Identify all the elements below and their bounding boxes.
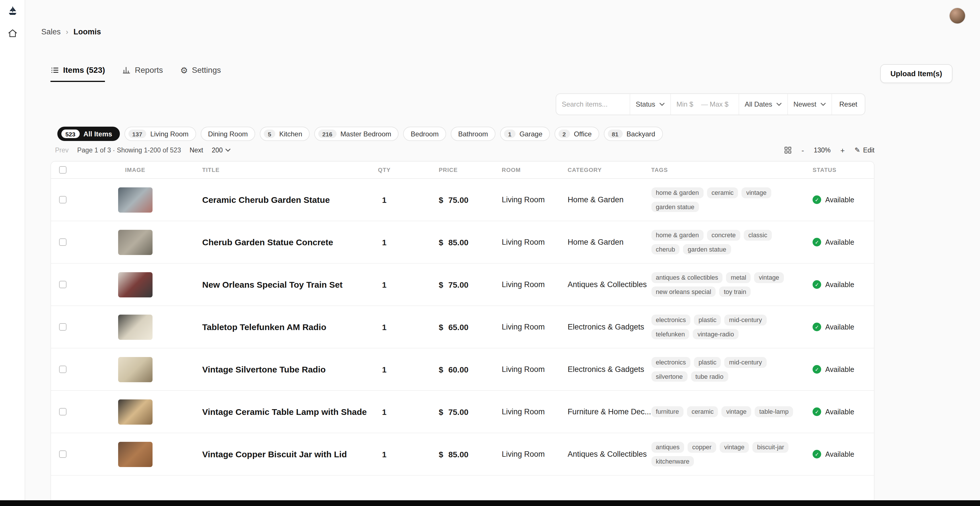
reset-filters-button[interactable]: Reset [831,94,865,114]
row-checkbox[interactable] [59,366,67,373]
row-checkbox[interactable] [59,281,67,288]
status-badge: Available [825,323,854,331]
prev-page-button[interactable]: Prev [55,147,68,154]
row-checkbox[interactable] [59,323,67,331]
status-check-icon: ✓ [813,450,821,458]
tags-cell: home & gardenconcreteclassiccherubgarden… [651,221,806,263]
table-row[interactable]: Vintage Copper Biscuit Jar with Lid 1 $ … [51,433,874,476]
item-title[interactable]: Vintage Silvertone Tube Radio [195,348,367,390]
item-category: Home & Garden [568,221,651,263]
upload-items-button[interactable]: Upload Item(s) [880,64,953,83]
item-thumbnail[interactable] [118,230,153,255]
row-checkbox[interactable] [59,196,67,203]
tag-chip: toy train [719,286,751,297]
search-input[interactable] [562,100,624,108]
tags-cell: antiquescoppervintagebiscuit-jarkitchenw… [651,433,806,475]
item-title[interactable]: New Orleans Special Toy Train Set [195,263,367,305]
price-value: 75.00 [449,407,468,416]
status-check-icon: ✓ [813,365,821,374]
zoom-level: 130% [814,147,830,154]
date-filter-dropdown[interactable]: All Dates [738,94,787,114]
row-checkbox[interactable] [59,408,67,416]
chip-label: Office [574,130,592,138]
status-check-icon: ✓ [813,238,821,246]
sidebar [0,0,25,506]
view-controls: - 130% + ✎ Edit [784,146,875,154]
room-filter-chip[interactable]: Bathroom [451,127,495,141]
min-price-input[interactable] [676,100,699,108]
item-thumbnail[interactable] [118,441,153,467]
tag-chip: vintage [742,187,771,198]
row-checkbox[interactable] [59,450,67,458]
zoom-out-button[interactable]: - [800,146,805,154]
table-body: Ceramic Cherub Garden Statue 1 $ 75.00 L… [51,179,874,476]
status-cell: ✓ Available [806,348,874,390]
tab-reports[interactable]: Reports [122,65,163,82]
room-filter-chip[interactable]: 81 Backyard [604,127,663,141]
room-filter-chip[interactable]: 216 Master Bedroom [314,127,399,141]
next-page-button[interactable]: Next [189,147,203,154]
zoom-in-button[interactable]: + [839,146,846,154]
status-cell: ✓ Available [806,263,874,305]
column-header-tags: TAGS [651,162,806,178]
range-separator: — [699,100,710,108]
tag-chip: new orleans special [651,286,716,297]
table-row[interactable]: Vintage Ceramic Table Lamp with Shade 1 … [51,391,874,433]
breadcrumb-sales[interactable]: Sales [41,27,61,36]
currency-symbol: $ [439,365,443,374]
select-all-checkbox[interactable] [59,166,67,174]
item-title[interactable]: Vintage Copper Biscuit Jar with Lid [195,433,367,475]
room-filter-chip[interactable]: Dining Room [201,127,256,141]
tab-settings[interactable]: ⚙ Settings [180,65,221,82]
item-thumbnail[interactable] [118,399,153,424]
pagination-status: Page 1 of 3 · Showing 1-200 of 523 [77,147,181,154]
table-row[interactable]: Vintage Silvertone Tube Radio 1 $ 60.00 … [51,348,874,391]
tab-items[interactable]: Items (523) [51,65,105,82]
app-logo[interactable] [5,3,20,18]
table-row[interactable]: New Orleans Special Toy Train Set 1 $ 75… [51,263,874,306]
sort-label: Newest [793,100,816,108]
table-row[interactable]: Cherub Garden Statue Concrete 1 $ 85.00 … [51,221,874,263]
home-nav-item[interactable] [4,25,21,41]
edit-button[interactable]: ✎ Edit [854,147,875,154]
item-title[interactable]: Vintage Ceramic Table Lamp with Shade [195,391,367,433]
status-filter-dropdown[interactable]: Status [629,94,670,114]
item-price: $ 75.00 [401,391,470,433]
pagination-bar: Prev Page 1 of 3 · Showing 1-200 of 523 … [51,143,875,157]
app-window: Sales › Loomis Items (523) Reports ⚙ Set… [0,0,980,506]
room-filter-chip[interactable]: 2 Office [555,127,599,141]
table-row[interactable]: Tabletop Telefunken AM Radio 1 $ 65.00 L… [51,306,874,348]
max-price-input[interactable] [710,100,733,108]
item-thumbnail[interactable] [118,272,153,297]
status-badge: Available [825,238,854,246]
item-title[interactable]: Cherub Garden Statue Concrete [195,221,367,263]
chip-label: Bedroom [411,130,439,138]
item-title[interactable]: Tabletop Telefunken AM Radio [195,306,367,348]
chip-label: Dining Room [208,130,248,138]
item-thumbnail[interactable] [118,187,153,212]
tab-settings-label: Settings [192,65,221,75]
item-price: $ 65.00 [401,306,470,348]
tag-chip: kitchenware [651,456,694,466]
tag-chip: mid-century [724,315,767,325]
row-checkbox[interactable] [59,238,67,246]
room-filter-chip[interactable]: 5 Kitchen [260,127,310,141]
currency-symbol: $ [439,407,443,416]
grid-view-button[interactable] [784,146,792,154]
room-filter-chip[interactable]: 137 Living Room [124,127,196,141]
tag-chip: tube radio [691,371,728,382]
item-title[interactable]: Ceramic Cherub Garden Statue [195,179,367,220]
room-filter-chip[interactable]: Bedroom [403,127,446,141]
user-avatar[interactable] [950,8,965,24]
item-room: Living Room [470,306,568,348]
main-content: Sales › Loomis Items (523) Reports ⚙ Set… [25,0,980,506]
item-thumbnail[interactable] [118,357,153,382]
page-size-dropdown[interactable]: 200 [212,147,231,154]
column-header-category: CATEGORY [568,162,651,178]
sort-dropdown[interactable]: Newest [787,94,831,114]
room-filter-chip[interactable]: 523 All Items [57,127,119,141]
table-row[interactable]: Ceramic Cherub Garden Statue 1 $ 75.00 L… [51,179,874,221]
item-thumbnail[interactable] [118,314,153,339]
room-filter-chip[interactable]: 1 Garage [500,127,550,141]
item-price: $ 60.00 [401,348,470,390]
